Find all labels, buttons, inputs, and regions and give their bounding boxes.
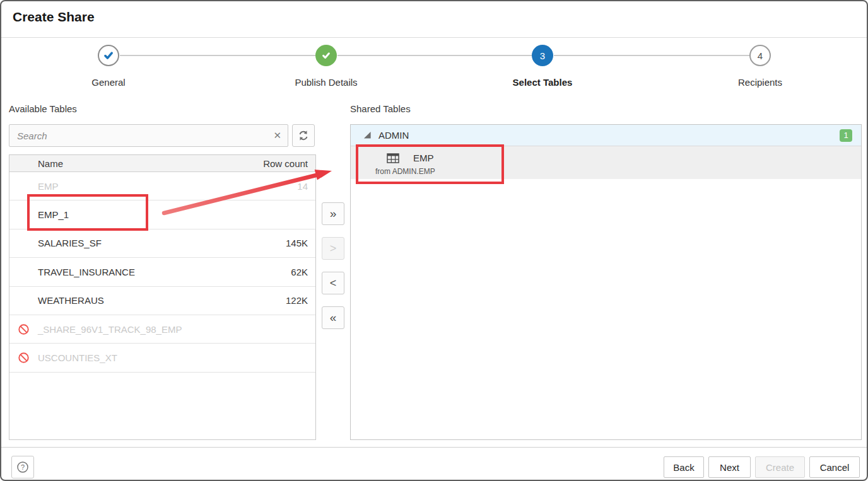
move-right-button[interactable]: > [322,237,344,260]
move-all-right-button[interactable]: » [322,202,344,225]
column-header-name: Name [9,158,63,169]
check-icon [103,50,114,61]
row-name: EMP_1 [9,209,69,220]
table-row-salaries-sf[interactable]: SALARIES_SF 145K [9,229,315,258]
table-row-travel-insurance[interactable]: TRAVEL_INSURANCE 62K [9,258,315,286]
move-all-left-button[interactable]: « [322,306,344,329]
create-button[interactable]: Create [755,456,805,478]
dialog-title: Create Share [13,9,95,25]
step-complete-icon [315,45,337,66]
row-name: _SHARE_96V1_TRACK_98_EMP [9,324,182,335]
help-button[interactable]: ? [11,456,34,478]
step-general[interactable]: General [52,45,165,88]
table-row-emp: EMP 14 [9,172,315,200]
row-count: 145K [286,238,315,248]
table-header: Name Row count [9,155,315,172]
shared-table-source: from ADMIN.EMP [375,167,435,176]
row-count: 14 [297,181,315,192]
schema-name: ADMIN [378,130,409,141]
column-header-row-count: Row count [263,158,315,169]
step-number-badge: 4 [749,45,771,66]
table-row-emp-1[interactable]: EMP_1 [9,200,315,229]
check-icon [321,50,331,61]
available-tables-label: Available Tables [9,103,77,114]
row-count: 62K [291,267,315,277]
table-grid-icon [387,153,399,163]
shared-table-name: EMP [413,153,434,163]
step-complete-icon [98,45,119,66]
step-label: Recipients [703,77,817,88]
tree-node-admin[interactable]: ADMIN 1 [351,125,861,146]
next-button[interactable]: Next [708,456,751,478]
collapse-triangle-icon[interactable] [363,131,372,139]
title-separator [1,37,867,38]
table-row-share-96v1-track-98-emp: _SHARE_96V1_TRACK_98_EMP [9,315,315,344]
refresh-button[interactable] [292,124,315,147]
footer-separator [1,447,867,448]
search-input[interactable] [9,125,288,146]
step-number: 4 [758,50,763,61]
table-row-uscounties-xt: USCOUNTIES_XT [9,344,315,372]
row-count: 122K [286,295,315,306]
row-name: SALARIES_SF [9,238,102,248]
shared-tables-tree: ADMIN 1 EMP from ADMIN.EMP [350,124,862,440]
available-tables-list: Name Row count EMP 14 EMP_1 SALARIES_SF … [9,154,316,440]
shared-tables-label: Shared Tables [350,103,411,114]
step-publish-details[interactable]: Publish Details [269,45,383,88]
step-recipients[interactable]: 4 Recipients [703,45,817,88]
row-name: WEATHERAUS [9,295,104,306]
move-left-button[interactable]: < [322,272,344,294]
step-label: General [52,77,165,88]
step-number-badge: 3 [532,45,553,66]
step-select-tables[interactable]: 3 Select Tables [486,45,599,88]
svg-text:?: ? [21,463,25,471]
search-box: ✕ [9,124,288,147]
clear-search-icon[interactable]: ✕ [273,125,281,146]
row-name: EMP [9,181,59,192]
table-row-weatheraus[interactable]: WEATHERAUS 122K [9,287,315,315]
question-circle-icon: ? [16,461,29,473]
step-label: Select Tables [486,77,599,88]
ban-icon [18,352,30,364]
cancel-button[interactable]: Cancel [809,456,860,478]
create-share-dialog: Create Share General Publish Details 3 S… [0,0,868,481]
refresh-icon [298,130,309,141]
tree-leaf-emp[interactable]: EMP from ADMIN.EMP [351,146,861,179]
back-button[interactable]: Back [664,456,704,478]
shared-table-entry: EMP [387,153,434,163]
ban-icon [18,323,30,335]
table-count-badge: 1 [840,129,852,142]
step-number: 3 [540,50,545,61]
row-name: TRAVEL_INSURANCE [9,267,135,277]
step-label: Publish Details [269,77,383,88]
